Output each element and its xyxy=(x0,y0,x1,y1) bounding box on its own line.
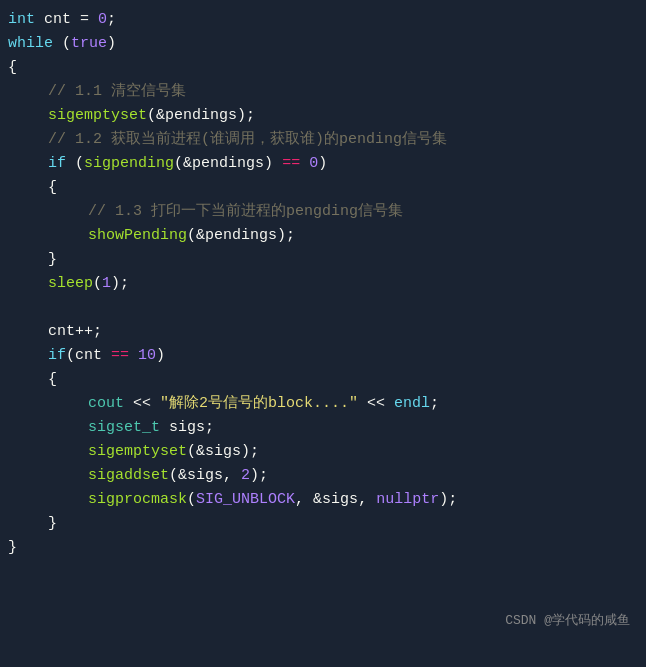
assign-op: = xyxy=(80,8,98,32)
brace-open: { xyxy=(8,56,17,80)
semicolon: ; xyxy=(107,8,116,32)
code-editor: int cnt = 0 ; while ( true ) { // 1.1 清空… xyxy=(0,0,646,640)
code-line: } xyxy=(8,536,634,560)
paren-open: ( xyxy=(62,32,71,56)
code-line: { xyxy=(8,56,634,80)
code-line: // 1.3 打印一下当前进程的pengding信号集 xyxy=(8,200,634,224)
code-line: cout << "解除2号信号的block...." << endl ; xyxy=(8,392,634,416)
fn-sigprocmask: sigprocmask xyxy=(88,488,187,512)
fn-sigemptyset-2: sigemptyset xyxy=(88,440,187,464)
code-line: sigaddset ( & sigs , 2 ) ; xyxy=(8,464,634,488)
nullptr-kw: nullptr xyxy=(376,488,439,512)
footer-attribution: CSDN @学代码的咸鱼 xyxy=(505,611,630,632)
code-line: if ( sigpending ( & pendings ) == 0 ) xyxy=(8,152,634,176)
comment-1-1: // 1.1 清空信号集 xyxy=(48,80,186,104)
sigset-t: sigset_t xyxy=(88,416,160,440)
code-line: if ( cnt == 10 ) xyxy=(8,344,634,368)
num-zero: 0 xyxy=(98,8,107,32)
cout-kw: cout xyxy=(88,392,124,416)
eq-op: == xyxy=(282,152,300,176)
space xyxy=(53,32,62,56)
keyword-while: while xyxy=(8,32,53,56)
code-line: sigprocmask ( SIG_UNBLOCK , & sigs , nul… xyxy=(8,488,634,512)
code-line: // 1.2 获取当前进程(谁调用，获取谁)的pending信号集 xyxy=(8,128,634,152)
paren-close: ) xyxy=(107,32,116,56)
code-line: showPending ( & pendings ) ; xyxy=(8,224,634,248)
macro-sig-unblock: SIG_UNBLOCK xyxy=(196,488,295,512)
fn-sigaddset: sigaddset xyxy=(88,464,169,488)
code-line: { xyxy=(8,368,634,392)
fn-showPending: showPending xyxy=(88,224,187,248)
code-line: } xyxy=(8,248,634,272)
code-line-empty xyxy=(8,296,634,320)
code-line: int cnt = 0 ; xyxy=(8,8,634,32)
code-line: } xyxy=(8,512,634,536)
keyword-int: int xyxy=(8,8,35,32)
code-line: sleep ( 1 ) ; xyxy=(8,272,634,296)
code-line: sigset_t sigs ; xyxy=(8,416,634,440)
code-line: cnt ++ ; xyxy=(8,320,634,344)
comment-1-3: // 1.3 打印一下当前进程的pengding信号集 xyxy=(88,200,403,224)
fn-sigemptyset: sigemptyset xyxy=(48,104,147,128)
code-line: sigemptyset ( & sigs ) ; xyxy=(8,440,634,464)
code-line: while ( true ) xyxy=(8,32,634,56)
endl-kw: endl xyxy=(394,392,430,416)
comment-1-2: // 1.2 获取当前进程(谁调用，获取谁)的pending信号集 xyxy=(48,128,447,152)
bool-true: true xyxy=(71,32,107,56)
code-line: sigemptyset ( & pendings ) ; xyxy=(8,104,634,128)
fn-sleep: sleep xyxy=(48,272,93,296)
code-line: // 1.1 清空信号集 xyxy=(8,80,634,104)
keyword-if: if xyxy=(48,152,66,176)
string-literal: "解除2号信号的block...." xyxy=(160,392,358,416)
keyword-if-2: if xyxy=(48,344,66,368)
code-line: { xyxy=(8,176,634,200)
fn-sigpending: sigpending xyxy=(84,152,174,176)
var-cnt: cnt xyxy=(35,8,80,32)
